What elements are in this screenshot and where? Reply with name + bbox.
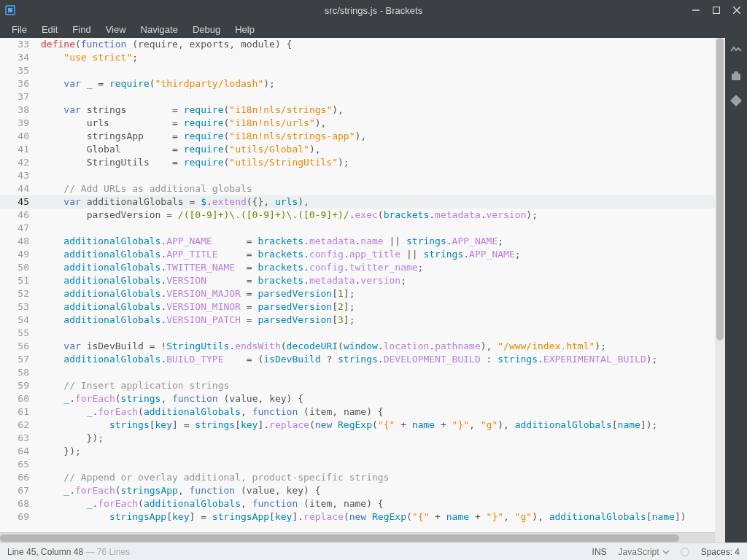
code-line[interactable]: 67 _.forEach(stringsApp, function (value… — [0, 484, 715, 497]
code-line[interactable]: 35 — [0, 64, 715, 77]
code-line[interactable]: 45 var additionalGlobals = $.extend({}, … — [0, 195, 715, 209]
code-content[interactable]: _.forEach(stringsApp, function (value, k… — [41, 484, 715, 497]
line-number[interactable]: 69 — [0, 510, 41, 524]
code-line[interactable]: 38 var strings = require("i18n!nls/strin… — [0, 104, 715, 117]
code-line[interactable]: 68 _.forEach(additionalGlobals, function… — [0, 497, 715, 510]
code-line[interactable]: 40 stringsApp = require("i18n!nls/string… — [0, 130, 715, 143]
line-number[interactable]: 62 — [0, 419, 41, 432]
line-number[interactable]: 57 — [0, 353, 41, 366]
code-content[interactable] — [41, 90, 715, 104]
code-content[interactable] — [41, 169, 715, 182]
code-content[interactable]: _.forEach(strings, function (value, key)… — [41, 392, 715, 405]
code-line[interactable]: 63 }); — [0, 432, 715, 445]
line-number[interactable]: 43 — [0, 169, 41, 182]
indent-settings[interactable]: Spaces: 4 — [701, 547, 740, 557]
code-content[interactable]: define(function (require, exports, modul… — [41, 38, 715, 51]
code-content[interactable]: var _ = require("thirdparty/lodash"); — [41, 77, 715, 90]
code-content[interactable]: Global = require("utils/Global"), — [41, 143, 715, 156]
line-number[interactable]: 58 — [0, 366, 41, 379]
code-line[interactable]: 51 additionalGlobals.VERSION = brackets.… — [0, 274, 715, 287]
code-line[interactable]: 56 var isDevBuild = !StringUtils.endsWit… — [0, 340, 715, 353]
line-number[interactable]: 47 — [0, 222, 41, 235]
code-line[interactable]: 44 // Add URLs as additional globals — [0, 182, 715, 195]
code-content[interactable]: additionalGlobals.APP_NAME = brackets.me… — [41, 235, 715, 248]
line-number[interactable]: 63 — [0, 432, 41, 445]
code-line[interactable]: 61 _.forEach(additionalGlobals, function… — [0, 405, 715, 419]
code-content[interactable]: "use strict"; — [41, 51, 715, 64]
cursor-position[interactable]: Line 45, Column 48 — [7, 547, 83, 557]
line-number[interactable]: 35 — [0, 64, 41, 77]
line-number[interactable]: 61 — [0, 405, 41, 419]
horizontal-scrollbar[interactable] — [0, 532, 715, 542]
code-line[interactable]: 54 additionalGlobals.VERSION_PATCH = par… — [0, 314, 715, 327]
code-line[interactable]: 34 "use strict"; — [0, 51, 715, 64]
lint-status-icon[interactable] — [681, 548, 689, 556]
line-number[interactable]: 36 — [0, 77, 41, 90]
vertical-scrollbar[interactable] — [715, 38, 725, 542]
code-content[interactable]: additionalGlobals.VERSION_MAJOR = parsed… — [41, 287, 715, 300]
extension-manager-icon[interactable] — [729, 69, 743, 83]
code-content[interactable]: additionalGlobals.TWITTER_NAME = bracket… — [41, 261, 715, 274]
line-number[interactable]: 65 — [0, 458, 41, 471]
plugin-icon[interactable] — [729, 93, 743, 108]
code-line[interactable]: 46 parsedVersion = /([0-9]+)\.([0-9]+)\.… — [0, 209, 715, 222]
code-content[interactable]: additionalGlobals.BUILD_TYPE = (isDevBui… — [41, 353, 715, 366]
code-line[interactable]: 62 strings[key] = strings[key].replace(n… — [0, 419, 715, 432]
live-preview-icon[interactable] — [729, 44, 743, 58]
code-line[interactable]: 50 additionalGlobals.TWITTER_NAME = brac… — [0, 261, 715, 274]
code-line[interactable]: 53 additionalGlobals.VERSION_MINOR = par… — [0, 300, 715, 314]
code-line[interactable]: 55 — [0, 327, 715, 340]
code-line[interactable]: 36 var _ = require("thirdparty/lodash"); — [0, 77, 715, 90]
line-number[interactable]: 64 — [0, 445, 41, 458]
line-number[interactable]: 66 — [0, 471, 41, 484]
code-content[interactable]: additionalGlobals.VERSION = brackets.met… — [41, 274, 715, 287]
line-number[interactable]: 48 — [0, 235, 41, 248]
code-content[interactable]: additionalGlobals.APP_TITLE = brackets.c… — [41, 248, 715, 261]
menu-navigate[interactable]: Navigate — [133, 22, 185, 37]
code-content[interactable]: parsedVersion = /([0-9]+)\.([0-9]+)\.([0… — [41, 209, 715, 222]
line-number[interactable]: 67 — [0, 484, 41, 497]
menu-edit[interactable]: Edit — [34, 22, 65, 37]
line-number[interactable]: 34 — [0, 51, 41, 64]
line-number[interactable]: 60 — [0, 392, 41, 405]
code-line[interactable]: 42 StringUtils = require("utils/StringUt… — [0, 156, 715, 169]
insert-mode[interactable]: INS — [592, 547, 607, 557]
code-line[interactable]: 65 — [0, 458, 715, 471]
code-content[interactable] — [41, 222, 715, 235]
code-content[interactable]: var strings = require("i18n!nls/strings"… — [41, 104, 715, 117]
code-content[interactable]: var isDevBuild = !StringUtils.endsWith(d… — [41, 340, 715, 353]
code-line[interactable]: 58 — [0, 366, 715, 379]
code-line[interactable]: 52 additionalGlobals.VERSION_MAJOR = par… — [0, 287, 715, 300]
maximize-button[interactable] — [706, 0, 727, 20]
line-number[interactable]: 49 — [0, 248, 41, 261]
code-content[interactable]: stringsApp[key] = stringsApp[key].replac… — [41, 510, 715, 524]
code-content[interactable]: // Append or overlay additional, product… — [41, 471, 715, 484]
code-line[interactable]: 69 stringsApp[key] = stringsApp[key].rep… — [0, 510, 715, 524]
code-content[interactable]: // Add URLs as additional globals — [41, 182, 715, 195]
language-selector[interactable]: JavaScript — [619, 547, 669, 557]
code-content[interactable] — [41, 64, 715, 77]
code-line[interactable]: 66 // Append or overlay additional, prod… — [0, 471, 715, 484]
line-number[interactable]: 42 — [0, 156, 41, 169]
line-number[interactable]: 39 — [0, 117, 41, 130]
line-number[interactable]: 50 — [0, 261, 41, 274]
code-content[interactable] — [41, 366, 715, 379]
editor[interactable]: 33define(function (require, exports, mod… — [0, 38, 715, 542]
code-content[interactable]: additionalGlobals.VERSION_MINOR = parsed… — [41, 300, 715, 314]
close-button[interactable] — [727, 0, 747, 20]
code-content[interactable]: _.forEach(additionalGlobals, function (i… — [41, 497, 715, 510]
menu-view[interactable]: View — [98, 22, 133, 37]
code-line[interactable]: 41 Global = require("utils/Global"), — [0, 143, 715, 156]
code-line[interactable]: 33define(function (require, exports, mod… — [0, 38, 715, 51]
code-line[interactable]: 64 }); — [0, 445, 715, 458]
line-number[interactable]: 56 — [0, 340, 41, 353]
line-number[interactable]: 33 — [0, 38, 41, 51]
code-line[interactable]: 37 — [0, 90, 715, 104]
code-line[interactable]: 43 — [0, 169, 715, 182]
line-number[interactable]: 53 — [0, 300, 41, 314]
code-line[interactable]: 47 — [0, 222, 715, 235]
code-content[interactable]: }); — [41, 432, 715, 445]
line-number[interactable]: 40 — [0, 130, 41, 143]
code-content[interactable]: _.forEach(additionalGlobals, function (i… — [41, 405, 715, 419]
code-line[interactable]: 48 additionalGlobals.APP_NAME = brackets… — [0, 235, 715, 248]
